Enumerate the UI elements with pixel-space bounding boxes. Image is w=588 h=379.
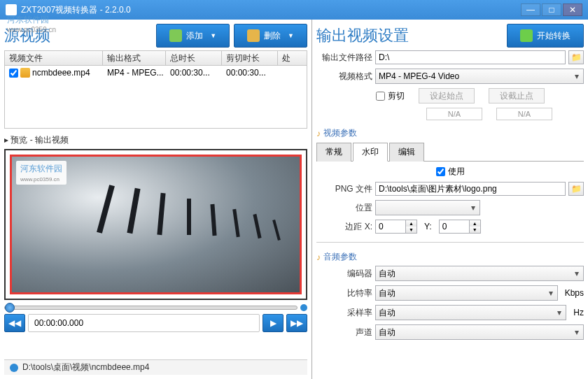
spin-up-icon[interactable]: ▲ (406, 220, 416, 227)
video-params-label: ♪视频参数 (316, 127, 584, 139)
trim-end-value: N/A (496, 108, 552, 120)
use-watermark-checkbox[interactable]: 使用 (436, 166, 465, 178)
video-format-label: 视频格式 (316, 71, 372, 83)
col-trim[interactable]: 剪切时长 (222, 51, 278, 65)
prev-button[interactable]: ◀◀ (4, 314, 25, 332)
encoder-label: 编码器 (316, 268, 372, 280)
window-title: ZXT2007视频转换器 - 2.2.0.0 (21, 4, 521, 16)
row-filename: ncmbdeee.mp4 (32, 68, 90, 78)
start-convert-button[interactable]: 开始转换 (507, 24, 584, 48)
samplerate-select[interactable]: 自动 (375, 305, 566, 320)
status-path: D:\tools\桌面\视频\ncmbdeee.mp4 (22, 362, 149, 373)
convert-icon (520, 29, 533, 42)
tab-watermark[interactable]: 水印 (353, 143, 388, 162)
margin-x-spinner[interactable]: 0 ▲▼ (375, 220, 417, 234)
next-button[interactable]: ▶▶ (286, 314, 307, 332)
file-table[interactable]: ncmbdeee.mp4 MP4 - MPEG... 00:00:30... 0… (4, 66, 307, 129)
col-format[interactable]: 输出格式 (103, 51, 166, 65)
output-path-label: 输出文件路径 (316, 52, 372, 64)
preview-box: 河东软件园www.pc0359.cn (4, 149, 307, 300)
spin-down-icon[interactable]: ▼ (406, 227, 416, 233)
browse-path-button[interactable]: 📁 (568, 50, 584, 64)
close-button[interactable]: ✕ (563, 3, 582, 16)
output-path-input[interactable] (375, 50, 566, 64)
bitrate-label: 比特率 (316, 287, 372, 299)
preview-label: ▸ 预览 - 输出视频 (4, 134, 307, 146)
preview-watermark: 河东软件园www.pc0359.cn (16, 161, 66, 185)
bitrate-select[interactable]: 自动 (375, 285, 558, 301)
note-icon: ♪ (316, 252, 321, 262)
broom-icon (247, 29, 260, 42)
table-row[interactable]: ncmbdeee.mp4 MP4 - MPEG... 00:00:30... 0… (5, 66, 307, 80)
titlebar: ZXT2007视频转换器 - 2.2.0.0 — □ ✕ (0, 0, 588, 20)
col-file[interactable]: 视频文件 (5, 51, 103, 65)
png-file-label: PNG 文件 (316, 183, 372, 195)
play-button[interactable]: ▶ (262, 314, 284, 332)
note-icon: ♪ (316, 129, 321, 138)
plus-icon (169, 29, 182, 42)
delete-button[interactable]: 删除▼ (234, 24, 307, 48)
param-tabs: 常规 水印 编辑 (316, 142, 584, 162)
margin-y-label: Y: (424, 222, 432, 231)
status-icon (10, 364, 18, 372)
marker-icon (300, 304, 307, 311)
col-duration[interactable]: 总时长 (166, 51, 222, 65)
statusbar: D:\tools\桌面\视频\ncmbdeee.mp4 (4, 359, 307, 375)
spin-up-icon[interactable]: ▲ (470, 220, 480, 227)
minimize-button[interactable]: — (521, 3, 540, 16)
margin-y-spinner[interactable]: 0 ▲▼ (439, 220, 481, 234)
png-file-input[interactable] (375, 182, 566, 196)
trim-checkbox[interactable]: 剪切 (376, 90, 405, 102)
table-header: 视频文件 输出格式 总时长 剪切时长 处 (4, 50, 307, 66)
output-title: 输出视频设置 (316, 25, 503, 46)
set-start-button[interactable]: 设起始点 (419, 88, 475, 103)
file-icon (20, 68, 30, 78)
channel-label: 声道 (316, 327, 372, 338)
audio-params-label: ♪音频参数 (316, 251, 584, 263)
kbps-unit: Kbps (565, 288, 584, 298)
trim-start-value: N/A (426, 108, 482, 120)
timecode-display: 00:00:00.000 (28, 314, 260, 332)
margin-x-label: 边距 X: (316, 221, 372, 233)
tab-general[interactable]: 常规 (316, 143, 351, 162)
video-format-select[interactable]: MP4 - MPEG-4 Video (375, 69, 584, 84)
seek-slider[interactable] (4, 306, 298, 310)
add-button[interactable]: 添加▼ (156, 24, 230, 48)
slider-thumb[interactable] (5, 303, 15, 313)
samplerate-label: 采样率 (316, 307, 372, 319)
encoder-select[interactable]: 自动 (375, 266, 584, 281)
position-select[interactable] (375, 200, 480, 215)
maximize-button[interactable]: □ (542, 3, 561, 16)
hz-unit: Hz (573, 308, 584, 317)
app-icon (6, 4, 17, 15)
col-proc[interactable]: 处 (278, 51, 307, 65)
tab-edit[interactable]: 编辑 (389, 143, 424, 162)
set-end-button[interactable]: 设截止点 (489, 88, 545, 103)
source-title: 源视频 (4, 25, 152, 46)
spin-down-icon[interactable]: ▼ (470, 227, 480, 233)
row-checkbox[interactable] (9, 69, 18, 78)
browse-png-button[interactable]: 📁 (568, 182, 584, 196)
preview-video[interactable]: 河东软件园www.pc0359.cn (10, 155, 302, 294)
channel-select[interactable]: 自动 (375, 324, 584, 340)
position-label: 位置 (316, 202, 372, 214)
